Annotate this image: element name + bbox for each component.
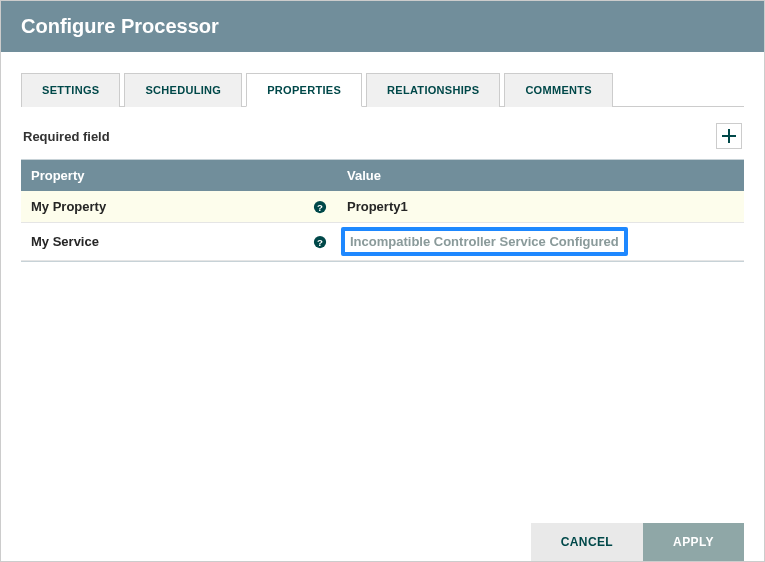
table-header: Property Value [21, 160, 744, 191]
property-value-incompatible: Incompatible Controller Service Configur… [341, 227, 628, 256]
dialog-body: SETTINGS SCHEDULING PROPERTIES RELATIONS… [1, 52, 764, 561]
property-name: My Property [31, 199, 106, 214]
configure-processor-dialog: Configure Processor SETTINGS SCHEDULING … [0, 0, 765, 562]
property-name: My Service [31, 234, 99, 249]
svg-text:?: ? [317, 236, 323, 247]
property-actions [653, 223, 744, 260]
tab-comments[interactable]: COMMENTS [504, 73, 613, 107]
tab-settings[interactable]: SETTINGS [21, 73, 120, 107]
tab-scheduling[interactable]: SCHEDULING [124, 73, 242, 107]
col-header-value: Value [337, 160, 653, 191]
properties-subheader: Required field [21, 107, 744, 159]
dialog-footer: CANCEL APPLY [21, 523, 744, 561]
help-circle-icon[interactable]: ? [313, 200, 327, 214]
tab-relationships[interactable]: RELATIONSHIPS [366, 73, 500, 107]
plus-icon [722, 129, 736, 143]
required-field-label: Required field [23, 129, 110, 144]
property-actions [653, 191, 744, 222]
spacer [21, 262, 744, 523]
add-property-button[interactable] [716, 123, 742, 149]
cancel-button[interactable]: CANCEL [531, 523, 643, 561]
col-header-actions [653, 160, 744, 191]
property-value: Property1 [347, 199, 408, 214]
help-circle-icon[interactable]: ? [313, 235, 327, 249]
col-header-property: Property [21, 160, 337, 191]
apply-button[interactable]: APPLY [643, 523, 744, 561]
table-row[interactable]: My Service ? Incompatible Controller Ser… [21, 223, 744, 261]
properties-table: Property Value My Property ? Property1 [21, 159, 744, 262]
svg-text:?: ? [317, 201, 323, 212]
dialog-title: Configure Processor [1, 1, 764, 52]
property-value-cell[interactable]: Property1 [337, 191, 653, 222]
tab-bar: SETTINGS SCHEDULING PROPERTIES RELATIONS… [21, 72, 744, 107]
table-row[interactable]: My Property ? Property1 [21, 191, 744, 223]
tab-properties[interactable]: PROPERTIES [246, 73, 362, 107]
property-value-cell[interactable]: Incompatible Controller Service Configur… [337, 223, 653, 260]
